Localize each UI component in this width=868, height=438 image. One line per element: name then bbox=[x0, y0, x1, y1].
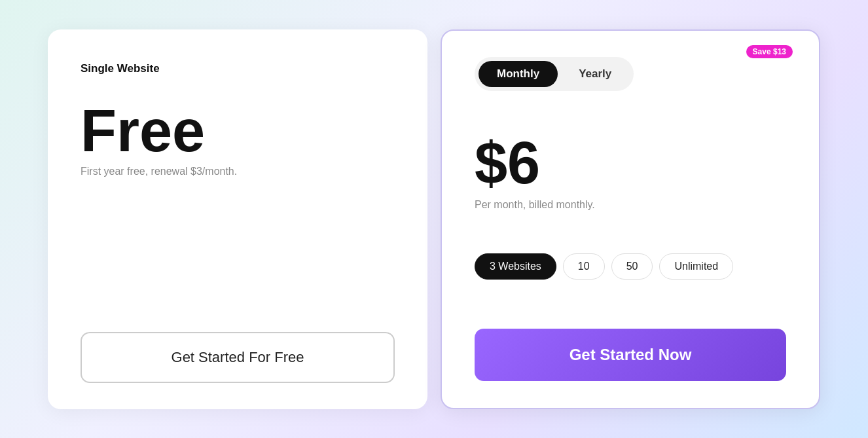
paid-plan-card: Save $13 Monthly Yearly $6 Per month, bi… bbox=[441, 29, 820, 409]
monthly-toggle-button[interactable]: Monthly bbox=[479, 61, 558, 87]
website-pill-10[interactable]: 10 bbox=[563, 253, 605, 280]
free-price-subtitle: First year free, renewal $3/month. bbox=[81, 166, 395, 177]
website-pill-50[interactable]: 50 bbox=[611, 253, 653, 280]
paid-price-period: Per month, billed monthly. bbox=[475, 199, 786, 211]
website-pill-3[interactable]: 3 Websites bbox=[475, 253, 556, 280]
free-plan-card: Single Website Free First year free, ren… bbox=[48, 29, 427, 409]
paid-cta-button[interactable]: Get Started Now bbox=[475, 329, 786, 381]
free-card-content: Single Website Free First year free, ren… bbox=[81, 62, 395, 177]
free-price: Free bbox=[81, 101, 395, 160]
billing-toggle-wrapper: Save $13 Monthly Yearly bbox=[475, 57, 786, 91]
pricing-cards: Single Website Free First year free, ren… bbox=[0, 16, 868, 422]
free-plan-name: Single Website bbox=[81, 62, 395, 75]
price-section: $6 Per month, billed monthly. bbox=[475, 134, 786, 211]
yearly-toggle-button[interactable]: Yearly bbox=[560, 61, 630, 87]
website-pill-unlimited[interactable]: Unlimited bbox=[659, 253, 733, 280]
paid-price-amount: $6 bbox=[475, 134, 786, 192]
free-cta-button[interactable]: Get Started For Free bbox=[81, 332, 395, 383]
save-badge: Save $13 bbox=[746, 45, 793, 58]
billing-toggle: Monthly Yearly bbox=[475, 57, 634, 91]
website-pills: 3 Websites 10 50 Unlimited bbox=[475, 253, 786, 280]
